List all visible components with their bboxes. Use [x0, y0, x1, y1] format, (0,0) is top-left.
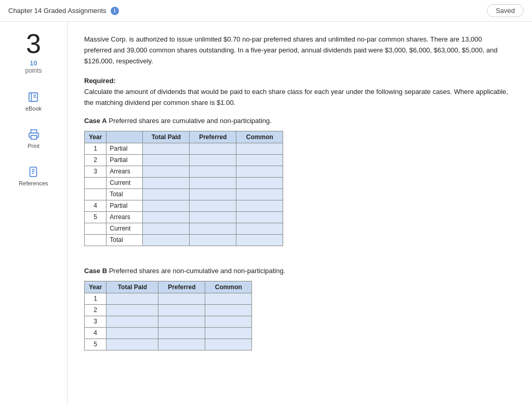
preferred-input[interactable]	[158, 339, 205, 350]
common-input[interactable]	[205, 293, 252, 304]
label-cell: Current	[107, 223, 143, 234]
year-cell: 1	[85, 293, 107, 304]
common-input[interactable]	[236, 234, 283, 246]
preferred-input[interactable]	[190, 154, 236, 166]
preferred-input[interactable]	[190, 166, 236, 177]
points-value: 10	[25, 59, 42, 67]
points-label: points	[25, 67, 42, 74]
preferred-input[interactable]	[190, 200, 236, 211]
total-paid-input[interactable]	[143, 154, 190, 166]
total-paid-input[interactable]	[143, 143, 190, 154]
common-input[interactable]	[236, 177, 283, 188]
question-number: 3	[26, 30, 41, 57]
ebook-label: eBook	[25, 105, 42, 112]
references-icon	[27, 166, 39, 178]
table-row: 4 Partial	[85, 200, 283, 211]
table-row: Total	[85, 188, 283, 200]
table-row: Total	[85, 234, 283, 246]
total-paid-input[interactable]	[107, 339, 158, 350]
label-cell: Arrears	[107, 166, 143, 177]
common-input[interactable]	[236, 188, 283, 200]
case-b-label: Case B Preferred shares are non-cumulati…	[84, 267, 515, 275]
col-common-a: Common	[236, 131, 283, 143]
preferred-input[interactable]	[190, 211, 236, 223]
preferred-input[interactable]	[158, 316, 205, 327]
col-common-b: Common	[205, 281, 252, 293]
year-cell: 1	[85, 143, 107, 154]
preferred-input[interactable]	[190, 143, 236, 154]
case-a-label: Case A Preferred shares are cumulative a…	[84, 117, 515, 125]
sidebar: 3 10 points eBook	[0, 22, 68, 405]
references-tool[interactable]: References	[15, 161, 52, 191]
total-paid-input[interactable]	[143, 211, 190, 223]
preferred-input[interactable]	[190, 177, 236, 188]
year-cell	[85, 177, 107, 188]
label-cell: Total	[107, 188, 143, 200]
total-paid-input[interactable]	[107, 293, 158, 304]
table-row: 2 Partial	[85, 154, 283, 166]
total-paid-input[interactable]	[107, 316, 158, 327]
saved-button[interactable]: Saved	[487, 4, 524, 17]
common-input[interactable]	[236, 211, 283, 223]
col-year-b: Year	[85, 281, 107, 293]
total-paid-input[interactable]	[143, 188, 190, 200]
table-row: 5 Arrears	[85, 211, 283, 223]
preferred-input[interactable]	[190, 223, 236, 234]
year-cell: 5	[85, 339, 107, 350]
header-title-area: Chapter 14 Graded Assignments i	[8, 7, 119, 15]
case-b-table: Year Total Paid Preferred Common 1 2	[84, 281, 252, 350]
total-paid-input[interactable]	[143, 223, 190, 234]
table-row: 3	[85, 316, 252, 327]
year-cell: 4	[85, 327, 107, 339]
total-paid-input[interactable]	[107, 327, 158, 339]
problem-text: Massive Corp. is authorized to issue unl…	[84, 34, 510, 66]
print-tool[interactable]: Print	[23, 124, 44, 153]
col-total-paid-b: Total Paid	[107, 281, 158, 293]
common-input[interactable]	[236, 223, 283, 234]
table-row: 5	[85, 339, 252, 350]
common-input[interactable]	[236, 143, 283, 154]
total-paid-input[interactable]	[143, 177, 190, 188]
year-cell: 3	[85, 166, 107, 177]
table-row: 1 Partial	[85, 143, 283, 154]
common-input[interactable]	[205, 316, 252, 327]
table-row: 3 Arrears	[85, 166, 283, 177]
common-input[interactable]	[205, 327, 252, 339]
total-paid-input[interactable]	[143, 234, 190, 246]
total-paid-input[interactable]	[107, 304, 158, 316]
svg-rect-4	[31, 136, 36, 139]
common-input[interactable]	[236, 200, 283, 211]
required-label: Required:	[84, 77, 515, 85]
total-paid-input[interactable]	[143, 166, 190, 177]
preferred-input[interactable]	[190, 188, 236, 200]
table-row: 1	[85, 293, 252, 304]
table-row: 2	[85, 304, 252, 316]
year-cell: 5	[85, 211, 107, 223]
ebook-icon	[27, 91, 39, 103]
ebook-tool[interactable]: eBook	[21, 87, 46, 116]
common-input[interactable]	[236, 154, 283, 166]
total-paid-input[interactable]	[143, 200, 190, 211]
common-input[interactable]	[205, 304, 252, 316]
col-preferred-a: Preferred	[190, 131, 236, 143]
label-cell: Partial	[107, 143, 143, 154]
preferred-input[interactable]	[158, 327, 205, 339]
year-cell	[85, 188, 107, 200]
preferred-input[interactable]	[190, 234, 236, 246]
required-text: Calculate the amount of dividends that w…	[84, 87, 510, 109]
label-cell: Arrears	[107, 211, 143, 223]
info-icon[interactable]: i	[111, 7, 119, 15]
preferred-input[interactable]	[158, 304, 205, 316]
year-cell: 2	[85, 154, 107, 166]
print-label: Print	[28, 143, 39, 149]
year-cell	[85, 234, 107, 246]
label-cell: Total	[107, 234, 143, 246]
label-cell: Partial	[107, 200, 143, 211]
preferred-input[interactable]	[158, 293, 205, 304]
col-blank-a	[107, 131, 143, 143]
main-layout: 3 10 points eBook	[0, 22, 532, 405]
common-input[interactable]	[205, 339, 252, 350]
table-row: Current	[85, 177, 283, 188]
label-cell: Partial	[107, 154, 143, 166]
common-input[interactable]	[236, 166, 283, 177]
